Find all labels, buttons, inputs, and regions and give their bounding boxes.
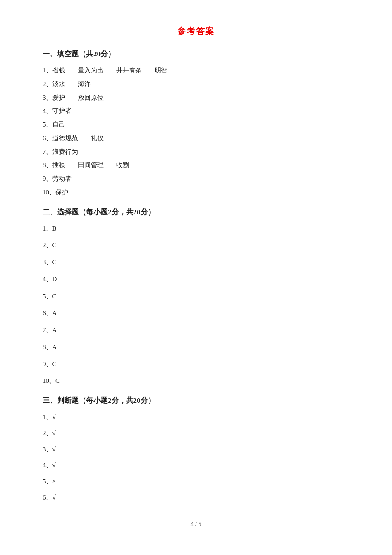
fill-blank-item: 10、保护 [43,187,349,199]
judge-item: 3、√ [43,444,349,456]
fill-blank-item: 8、插秧 田间管理 收割 [43,159,349,171]
choice-item: 5、C [43,291,349,303]
page-title: 参考答案 [43,26,349,37]
fill-blank-item: 4、守护者 [43,105,349,117]
choice-item: 8、A [43,341,349,353]
fill-blank-answers: 1、省钱 量入为出 井井有条 明智2、淡水 海洋3、爱护 放回原位4、守护者5、… [43,65,349,199]
judge-item: 1、√ [43,411,349,423]
choice-item: 1、B [43,223,349,235]
choice-item: 2、C [43,240,349,251]
judge-heading: 三、判断题（每小题2分，共20分） [43,396,349,405]
judge-item: 4、√ [43,460,349,471]
fill-blank-item: 2、淡水 海洋 [43,78,349,90]
choice-item: 6、A [43,307,349,319]
fill-blank-item: 3、爱护 放回原位 [43,92,349,104]
judge-answers: 1、√2、√3、√4、√5、×6、√ [43,411,349,504]
choice-item: 3、C [43,257,349,269]
page-footer: 4 / 5 [43,521,349,528]
choice-section: 二、选择题（每小题2分，共20分） 1、B2、C3、C4、D5、C6、A7、A8… [43,207,349,387]
choice-item: 9、C [43,358,349,370]
judge-item: 2、√ [43,428,349,439]
judge-item: 5、× [43,476,349,488]
fill-blank-item: 9、劳动者 [43,173,349,185]
judge-item: 6、√ [43,492,349,504]
fill-blank-heading: 一、填空题（共20分） [43,49,349,59]
fill-blank-item: 6、道德规范 礼仪 [43,133,349,145]
choice-item: 4、D [43,274,349,286]
choice-answers: 1、B2、C3、C4、D5、C6、A7、A8、A9、C10、C [43,223,349,387]
choice-item: 10、C [43,375,349,387]
fill-blank-section: 一、填空题（共20分） 1、省钱 量入为出 井井有条 明智2、淡水 海洋3、爱护… [43,49,349,199]
fill-blank-item: 7、浪费行为 [43,146,349,158]
judge-section: 三、判断题（每小题2分，共20分） 1、√2、√3、√4、√5、×6、√ [43,396,349,504]
choice-item: 7、A [43,324,349,336]
fill-blank-item: 1、省钱 量入为出 井井有条 明智 [43,65,349,77]
fill-blank-item: 5、自己 [43,119,349,131]
choice-heading: 二、选择题（每小题2分，共20分） [43,207,349,217]
